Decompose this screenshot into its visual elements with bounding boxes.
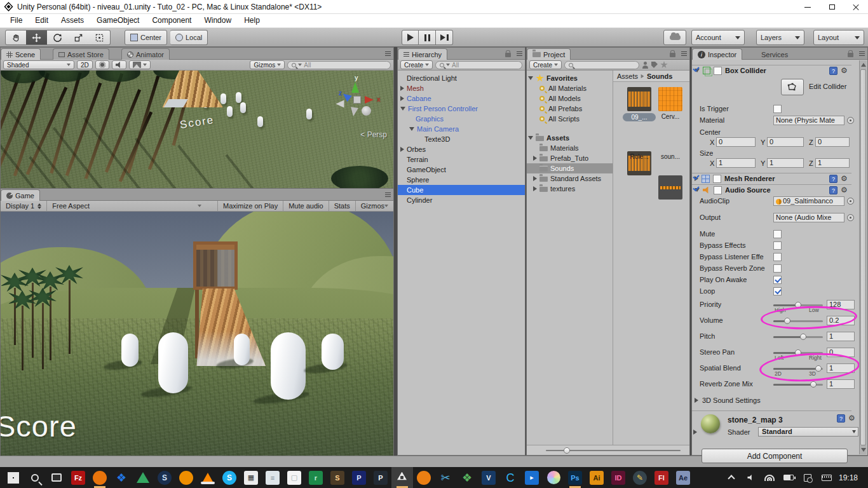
taskbar-icon-blender[interactable]	[413, 467, 435, 488]
volume-value-field[interactable]: 0.2	[827, 316, 855, 325]
project-favorite-all-materials[interactable]: All Materials	[527, 83, 613, 93]
account-dropdown[interactable]: Account	[691, 30, 745, 45]
tab-game[interactable]: Game	[1, 189, 40, 201]
favorites-filter-icon[interactable]	[660, 61, 668, 69]
object-picker-icon[interactable]	[847, 198, 854, 205]
hierarchy-item-main-camera[interactable]: Main Camera	[398, 124, 525, 134]
lock-icon[interactable]	[848, 53, 853, 57]
sound-settings-foldout[interactable]: 3D Sound Settings	[692, 395, 859, 405]
y-axis-cone[interactable]	[351, 82, 359, 93]
component-enabled-checkbox[interactable]	[714, 67, 722, 75]
scrollbar-thumb[interactable]	[860, 69, 866, 445]
asset-label[interactable]: Role...	[623, 153, 656, 160]
slider-thumb[interactable]	[784, 318, 790, 324]
size-x-field[interactable]: 1	[716, 158, 756, 168]
mute-checkbox[interactable]	[773, 230, 782, 238]
asset-cerv-icon[interactable]	[658, 87, 682, 111]
hierarchy-search-input[interactable]: All	[435, 61, 522, 69]
volume-slider[interactable]	[773, 320, 823, 322]
slider-thumb[interactable]	[815, 365, 822, 372]
center-z-field[interactable]: 0	[815, 137, 850, 147]
tab-menu-icon[interactable]	[517, 51, 522, 56]
priority-value-field[interactable]: 128	[827, 300, 855, 309]
step-button[interactable]	[436, 30, 453, 45]
object-picker-icon[interactable]	[847, 214, 854, 221]
center-x-field[interactable]: 0	[716, 137, 756, 147]
asset-09-icon[interactable]	[627, 87, 651, 111]
cloud-services-button[interactable]	[663, 30, 686, 45]
taskbar-clock[interactable]: 19:18	[835, 473, 865, 482]
expand-arrow-icon[interactable]	[400, 107, 405, 111]
component-enabled-checkbox[interactable]	[713, 175, 721, 183]
taskbar-icon-color-wheel-app[interactable]	[543, 467, 564, 488]
taskbar-icon-skype[interactable]: S	[219, 467, 240, 488]
lock-icon[interactable]	[670, 53, 675, 57]
taskbar-icon-dropbox[interactable]: ❖	[111, 467, 132, 488]
help-icon[interactable]	[829, 67, 837, 75]
component-enabled-checkbox[interactable]	[714, 186, 722, 194]
asset-label[interactable]: 09_...	[623, 113, 656, 121]
inspector-scrollbar[interactable]	[859, 60, 867, 454]
gizmo-center-cube[interactable]	[353, 96, 361, 104]
mute-audio-toggle[interactable]: Mute audio	[283, 201, 328, 212]
bypass-listener-effe-checkbox[interactable]	[773, 253, 782, 261]
menu-help[interactable]: Help	[238, 14, 266, 27]
taskbar-icon-after-effects[interactable]: Ae	[672, 467, 694, 488]
tab-inspector[interactable]: Inspector	[692, 48, 742, 60]
gear-icon[interactable]	[848, 414, 857, 423]
taskbar-icon-c-app[interactable]: C	[499, 467, 521, 488]
foldout-arrow-icon[interactable]	[693, 430, 697, 435]
taskbar-icon-photoshop[interactable]: Ps	[564, 467, 586, 488]
asset-label[interactable]: Cerv...	[654, 113, 687, 120]
taskbar-icon-green-app[interactable]: r	[305, 467, 327, 488]
scene-viewport[interactable]: Score y z x < Persp	[1, 71, 393, 189]
scene-search-input[interactable]: All	[287, 61, 391, 69]
scene-orientation-gizmo[interactable]: y z x	[334, 76, 384, 126]
hierarchy-item-graphics[interactable]: Graphics	[398, 114, 525, 124]
spatial-blend-value-field[interactable]: 1	[827, 363, 855, 373]
lock-icon[interactable]	[505, 53, 511, 57]
project-favorite-all-models[interactable]: All Models	[527, 93, 613, 104]
aspect-ratio-dropdown[interactable]: Free Aspect	[46, 201, 207, 212]
menu-file[interactable]: File	[4, 14, 29, 27]
taskbar-icon-arrow-app[interactable]: ▸	[521, 467, 543, 488]
pitch-value-field[interactable]: 1	[827, 332, 855, 341]
asset-label[interactable]: soun...	[654, 153, 687, 160]
hierarchy-item-cylinder[interactable]: Cylinder	[398, 195, 525, 205]
stereo-pan-value-field[interactable]: 0	[827, 348, 855, 357]
pivot-center-button[interactable]: Center	[125, 30, 167, 45]
taskbar-tray-keyboard[interactable]	[818, 467, 835, 488]
tab-animator[interactable]: Animator	[121, 48, 170, 60]
lighting-toggle-button[interactable]	[95, 60, 109, 69]
audio-toggle-button[interactable]	[112, 60, 126, 69]
menu-assets[interactable]: Assets	[55, 14, 90, 27]
scroll-up-icon[interactable]	[861, 63, 866, 67]
rotate-tool-button[interactable]	[47, 30, 69, 45]
game-viewport[interactable]: Score	[1, 212, 393, 457]
gear-icon[interactable]	[841, 186, 849, 194]
expand-arrow-icon[interactable]	[400, 96, 404, 101]
is-trigger-checkbox[interactable]	[773, 105, 782, 113]
search-by-label-icon[interactable]	[651, 62, 658, 68]
taskbar-icon-green-app-2[interactable]: ❖	[456, 467, 478, 488]
game-gizmos-dropdown[interactable]: Gizmos	[355, 201, 393, 212]
menu-window[interactable]: Window	[198, 14, 238, 27]
project-assets-row[interactable]: Assets	[527, 133, 613, 143]
minimize-button[interactable]	[796, 0, 820, 14]
taskbar-tray-expand[interactable]	[723, 467, 740, 488]
tab-menu-icon[interactable]	[859, 51, 865, 56]
menu-edit[interactable]: Edit	[29, 14, 55, 27]
scroll-down-icon[interactable]	[861, 448, 866, 452]
hand-tool-button[interactable]	[5, 30, 27, 45]
expand-arrow-icon[interactable]	[400, 86, 404, 91]
help-icon[interactable]	[829, 175, 837, 183]
project-folder-standard-assets[interactable]: Standard Assets	[527, 173, 613, 184]
perspective-label[interactable]: < Persp	[360, 130, 387, 139]
audio-source-header[interactable]: Audio Source	[692, 184, 851, 195]
pitch-slider[interactable]	[773, 336, 823, 338]
taskbar-icon-writer[interactable]: ▢	[283, 467, 305, 488]
hierarchy-item-mesh[interactable]: Mesh	[398, 83, 525, 93]
help-icon[interactable]	[837, 414, 845, 423]
taskbar-tray-volume[interactable]	[742, 467, 759, 488]
audioclip-field[interactable]: 09_Saltimbanco	[773, 196, 844, 206]
